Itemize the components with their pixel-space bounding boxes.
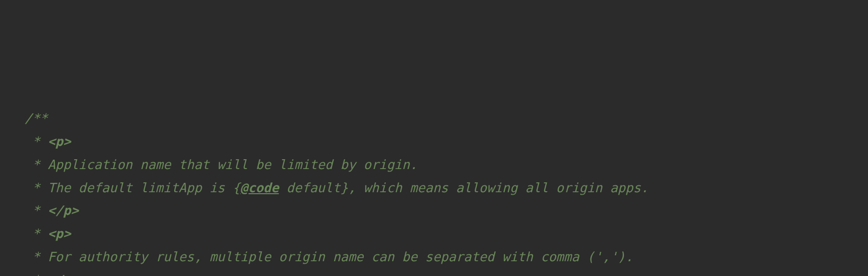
code-editor[interactable]: /** * <p> * Application name that will b… <box>25 107 868 276</box>
javadoc-star: * <box>25 157 48 172</box>
javadoc-open: /** <box>25 111 48 126</box>
code-line: * <p> <box>25 222 868 245</box>
code-line: * </p> <box>25 199 868 222</box>
javadoc-star: * <box>25 226 48 241</box>
javadoc-star: * <box>25 134 48 149</box>
javadoc-tag-p-close: </p> <box>48 203 79 218</box>
javadoc-star: * <box>25 249 48 264</box>
javadoc-text: The default limitApp is { <box>48 180 240 195</box>
javadoc-star: * <box>25 180 48 195</box>
code-line: * The default limitApp is {@code default… <box>25 176 868 200</box>
javadoc-text: default}, which means allowing all origi… <box>279 180 649 195</box>
javadoc-code-tag: @code <box>240 180 279 195</box>
javadoc-text: Application name that will be limited by… <box>48 157 417 172</box>
code-line: * <p> <box>25 130 868 153</box>
code-line: * </p> <box>25 269 868 276</box>
javadoc-star: * <box>25 203 48 218</box>
javadoc-tag-p: <p> <box>48 226 71 241</box>
code-line: * Application name that will be limited … <box>25 153 868 176</box>
javadoc-star: * <box>25 273 48 276</box>
javadoc-tag-p-close: </p> <box>48 273 79 276</box>
code-line: * For authority rules, multiple origin n… <box>25 245 868 269</box>
javadoc-text: For authority rules, multiple origin nam… <box>48 249 633 264</box>
code-line: /** <box>25 107 868 130</box>
javadoc-tag-p: <p> <box>48 134 71 149</box>
